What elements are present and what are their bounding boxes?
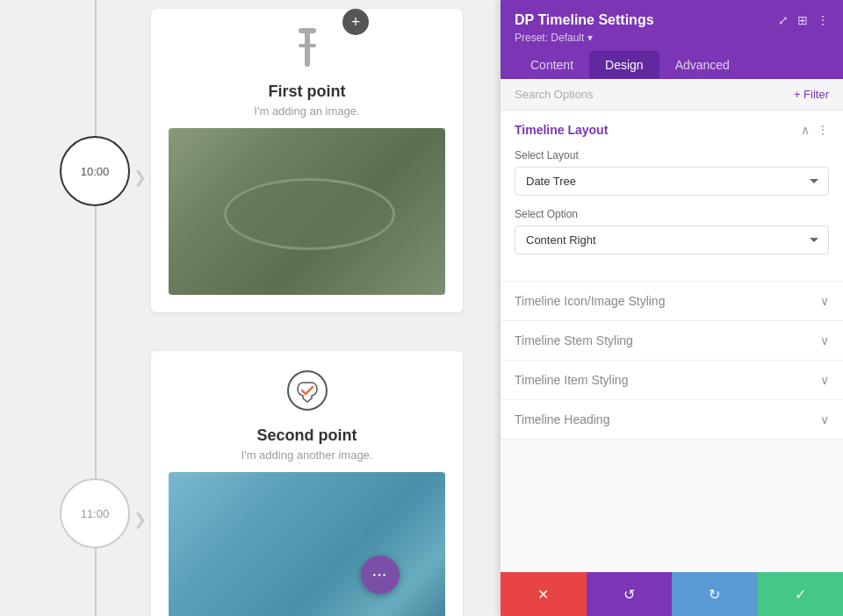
tab-advanced[interactable]: Advanced bbox=[659, 51, 746, 79]
timeline-card-2: Second point I'm adding another image. bbox=[151, 351, 463, 616]
chevron-down-icon-1[interactable]: ∨ bbox=[820, 294, 829, 308]
accordion-content-layout: Select Layout Date Tree Simple Minimal S… bbox=[501, 149, 843, 281]
accordion-stem-styling: Timeline Stem Styling ∨ bbox=[501, 321, 843, 361]
card2-icon bbox=[169, 369, 445, 419]
card1-image bbox=[169, 128, 445, 295]
confirm-button[interactable]: ✓ bbox=[758, 572, 844, 616]
cancel-button[interactable]: ✕ bbox=[501, 572, 587, 616]
timeline-node-1: 10:00 bbox=[60, 136, 130, 206]
accordion-icon-styling: Timeline Icon/Image Styling ∨ bbox=[501, 282, 843, 321]
form-row-layout: Select Layout Date Tree Simple Minimal bbox=[515, 149, 829, 196]
accordion-title-item-styling: Timeline Item Styling bbox=[515, 373, 628, 387]
chevron-down-icon-2[interactable]: ∨ bbox=[820, 333, 829, 347]
svg-rect-2 bbox=[299, 44, 316, 47]
chevron-down-icon-3[interactable]: ∨ bbox=[820, 373, 829, 387]
columns-icon[interactable]: ⊞ bbox=[797, 13, 808, 27]
card1-subtitle: I'm adding an image. bbox=[169, 104, 445, 118]
card1-icon bbox=[169, 26, 445, 75]
section-menu-icon[interactable]: ⋮ bbox=[817, 123, 829, 137]
accordion-header-layout[interactable]: Timeline Layout ∧ ⋮ bbox=[501, 111, 843, 149]
undo-button[interactable]: ↺ bbox=[587, 572, 673, 616]
accordion-header-item-styling[interactable]: Timeline Item Styling ∨ bbox=[501, 361, 843, 399]
accordion-header-stem-styling[interactable]: Timeline Stem Styling ∨ bbox=[501, 321, 843, 360]
card1-title: First point bbox=[169, 82, 445, 101]
accordion-title-icon-styling: Timeline Icon/Image Styling bbox=[515, 294, 665, 308]
timeline-card-1: First point I'm adding an image. bbox=[151, 9, 463, 312]
node2-time-label: 11:00 bbox=[81, 507, 110, 520]
card2-subtitle: I'm adding another image. bbox=[169, 448, 445, 462]
accordion-title-stem-styling: Timeline Stem Styling bbox=[515, 333, 633, 347]
svg-point-3 bbox=[288, 371, 327, 410]
chevron-up-icon[interactable]: ∧ bbox=[801, 123, 810, 137]
svg-rect-1 bbox=[299, 28, 316, 33]
accordion-title-heading: Timeline Heading bbox=[515, 412, 609, 426]
accordion-item-styling: Timeline Item Styling ∨ bbox=[501, 361, 843, 400]
accordion-icons-layout: ∧ ⋮ bbox=[801, 123, 829, 137]
panel-preset[interactable]: Preset: Default ▾ bbox=[515, 32, 829, 44]
option-select[interactable]: Content Right Content Left Alternating bbox=[515, 226, 829, 254]
form-row-option: Select Option Content Right Content Left… bbox=[515, 208, 829, 254]
timeline-arrow-2: ❯ bbox=[133, 510, 147, 529]
panel-header: DP Timeline Settings ⤢ ⊞ ⋮ Preset: Defau… bbox=[501, 0, 843, 79]
layout-select-label: Select Layout bbox=[515, 149, 829, 161]
accordion-title-layout: Timeline Layout bbox=[515, 123, 608, 137]
card2-image bbox=[169, 472, 445, 616]
accordion-header-heading[interactable]: Timeline Heading ∨ bbox=[501, 400, 843, 439]
accordion-header-icon-styling[interactable]: Timeline Icon/Image Styling ∨ bbox=[501, 282, 843, 320]
panel-body: Search Options + Filter Timeline Layout … bbox=[501, 79, 843, 572]
node1-time-label: 10:00 bbox=[81, 165, 110, 178]
filter-button[interactable]: + Filter bbox=[794, 88, 829, 101]
layout-select[interactable]: Date Tree Simple Minimal bbox=[515, 167, 829, 196]
expand-icon[interactable]: ⤢ bbox=[778, 13, 789, 27]
panel-title: DP Timeline Settings bbox=[515, 12, 654, 28]
search-placeholder[interactable]: Search Options bbox=[515, 88, 594, 101]
settings-panel: DP Timeline Settings ⤢ ⊞ ⋮ Preset: Defau… bbox=[501, 0, 843, 616]
accordion-heading: Timeline Heading ∨ bbox=[501, 400, 843, 440]
panel-tabs: Content Design Advanced bbox=[515, 51, 829, 79]
timeline-area: + 10:00 ❯ First point I'm adding an imag… bbox=[0, 0, 479, 616]
more-icon[interactable]: ⋮ bbox=[817, 13, 829, 27]
chevron-down-icon-4[interactable]: ∨ bbox=[820, 412, 829, 426]
add-button[interactable]: + bbox=[342, 9, 369, 35]
tab-content[interactable]: Content bbox=[515, 51, 589, 79]
search-bar: Search Options + Filter bbox=[501, 79, 843, 111]
tab-design[interactable]: Design bbox=[589, 51, 659, 79]
card2-title: Second point bbox=[169, 426, 445, 445]
timeline-arrow-1: ❯ bbox=[133, 168, 147, 187]
panel-header-icons: ⤢ ⊞ ⋮ bbox=[778, 13, 829, 27]
panel-actions: ✕ ↺ ↻ ✓ bbox=[501, 572, 843, 616]
redo-button[interactable]: ↻ bbox=[672, 572, 758, 616]
float-action-button[interactable]: ●●● bbox=[361, 555, 400, 594]
option-select-label: Select Option bbox=[515, 208, 829, 220]
timeline-node-2: 11:00 bbox=[60, 478, 130, 548]
accordion-timeline-layout: Timeline Layout ∧ ⋮ Select Layout Date T… bbox=[501, 111, 843, 282]
